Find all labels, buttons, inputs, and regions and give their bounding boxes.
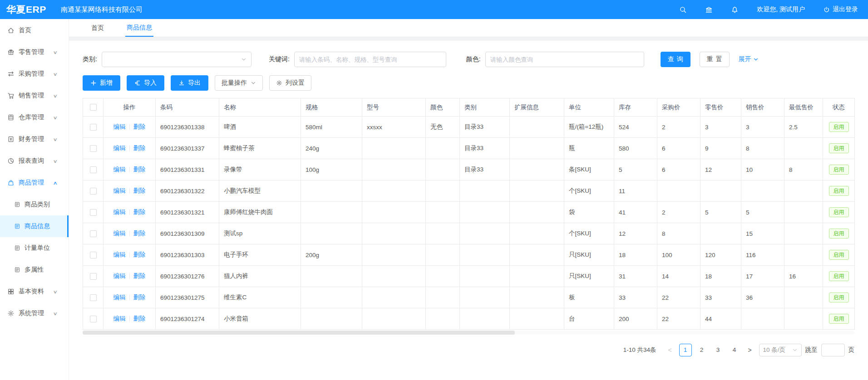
sidebar-item-label: 首页 xyxy=(19,26,31,34)
cell-name: 测试sp xyxy=(219,223,301,244)
row-checkbox[interactable] xyxy=(90,230,97,237)
toolbar: 新增 导入 导出 批量操作 xyxy=(83,75,854,91)
add-label: 新增 xyxy=(100,79,113,87)
sidebar-item[interactable]: 仓库管理∨ xyxy=(0,107,69,128)
edit-link[interactable]: 编辑 xyxy=(113,315,126,322)
cell-min xyxy=(784,223,823,244)
page-number-button[interactable]: 3 xyxy=(712,344,725,356)
keyword-input[interactable] xyxy=(294,52,446,67)
cell-spec: 200g xyxy=(301,244,362,266)
delete-link[interactable]: 删除 xyxy=(133,294,146,301)
table-row: 编辑删除6901236301321康师傅红烧牛肉面袋41255启用 xyxy=(83,202,855,223)
column-header: 型号 xyxy=(362,98,426,117)
cell-model xyxy=(362,159,426,180)
scrollbar-thumb[interactable] xyxy=(83,331,515,335)
row-checkbox[interactable] xyxy=(90,188,97,195)
bank-icon[interactable] xyxy=(705,6,713,14)
cell-purchase: 22 xyxy=(657,287,700,308)
delete-link[interactable]: 删除 xyxy=(133,123,146,130)
sidebar-item[interactable]: 系统管理∨ xyxy=(0,302,69,324)
cell-spec xyxy=(301,287,362,308)
delete-link[interactable]: 删除 xyxy=(133,145,146,151)
tab-home[interactable]: 首页 xyxy=(90,19,105,37)
delete-link[interactable]: 删除 xyxy=(133,273,146,279)
company-name: 南通某某网络科技有限公司 xyxy=(61,5,143,14)
row-checkbox[interactable] xyxy=(90,166,97,173)
logout-button[interactable]: 退出登录 xyxy=(823,5,858,14)
sidebar-item[interactable]: 销售管理∨ xyxy=(0,85,69,107)
delete-link[interactable]: 删除 xyxy=(133,230,146,237)
page-number-button[interactable]: 1 xyxy=(679,344,692,356)
status-badge: 启用 xyxy=(829,271,849,281)
add-button[interactable]: 新增 xyxy=(83,75,120,91)
row-checkbox[interactable] xyxy=(90,209,97,216)
cell-ext xyxy=(510,266,564,287)
row-checkbox[interactable] xyxy=(90,145,97,152)
column-header: 库存 xyxy=(614,98,657,117)
tab-product-info[interactable]: 商品信息 xyxy=(125,19,153,37)
cell-purchase xyxy=(657,180,700,202)
sidebar-item[interactable]: 多属性 xyxy=(0,259,69,281)
delete-link[interactable]: 删除 xyxy=(133,209,146,215)
edit-link[interactable]: 编辑 xyxy=(113,209,126,215)
row-checkbox[interactable] xyxy=(90,316,97,322)
sidebar-item[interactable]: 财务管理∨ xyxy=(0,128,69,150)
cell-ext xyxy=(510,159,564,180)
cell-barcode: 6901236301275 xyxy=(156,287,219,308)
plus-icon xyxy=(90,80,97,86)
edit-link[interactable]: 编辑 xyxy=(113,166,126,173)
reset-button[interactable]: 重置 xyxy=(700,52,730,67)
search-icon[interactable] xyxy=(679,6,687,14)
sidebar-item[interactable]: 商品管理∧ xyxy=(0,172,69,194)
edit-link[interactable]: 编辑 xyxy=(113,123,126,130)
sidebar-item[interactable]: 零售管理∨ xyxy=(0,41,69,63)
edit-link[interactable]: 编辑 xyxy=(113,230,126,237)
row-checkbox[interactable] xyxy=(90,124,97,131)
delete-link[interactable]: 删除 xyxy=(133,251,146,258)
batch-actions-button[interactable]: 批量操作 xyxy=(215,75,263,91)
export-button[interactable]: 导出 xyxy=(171,75,208,91)
sidebar-item[interactable]: 报表查询∨ xyxy=(0,150,69,172)
page-number-button[interactable]: 2 xyxy=(695,344,708,356)
delete-link[interactable]: 删除 xyxy=(133,187,146,194)
expand-link[interactable]: 展开 xyxy=(739,55,759,63)
search-button[interactable]: 查询 xyxy=(661,52,690,67)
cell-min xyxy=(784,287,823,308)
keyword-label: 关键词: xyxy=(269,55,290,63)
import-button[interactable]: 导入 xyxy=(127,75,164,91)
sidebar-item[interactable]: 基本资料∨ xyxy=(0,281,69,302)
sidebar-item[interactable]: 采购管理∨ xyxy=(0,63,69,85)
page-number-button[interactable]: 4 xyxy=(728,344,741,356)
edit-link[interactable]: 编辑 xyxy=(113,145,126,151)
cell-color xyxy=(426,180,460,202)
cell-spec xyxy=(301,223,362,244)
row-checkbox[interactable] xyxy=(90,294,97,301)
page-size-select[interactable]: 10 条/页 xyxy=(759,344,802,356)
row-checkbox[interactable] xyxy=(90,273,97,280)
bell-icon[interactable] xyxy=(731,6,739,14)
status-badge: 启用 xyxy=(829,186,849,196)
select-all-checkbox[interactable] xyxy=(90,104,97,111)
sidebar-item[interactable]: 首页 xyxy=(0,19,69,41)
cell-stock: 18 xyxy=(614,244,657,266)
edit-link[interactable]: 编辑 xyxy=(113,273,126,279)
status-badge: 启用 xyxy=(829,229,849,239)
sidebar-item[interactable]: 商品信息 xyxy=(0,215,69,237)
edit-link[interactable]: 编辑 xyxy=(113,294,126,301)
delete-link[interactable]: 删除 xyxy=(133,315,146,322)
sidebar-menu: 首页零售管理∨采购管理∨销售管理∨仓库管理∨财务管理∨报表查询∨商品管理∧商品类… xyxy=(0,19,69,380)
edit-link[interactable]: 编辑 xyxy=(113,251,126,258)
edit-link[interactable]: 编辑 xyxy=(113,187,126,194)
delete-link[interactable]: 删除 xyxy=(133,166,146,173)
horizontal-scrollbar[interactable] xyxy=(83,331,854,335)
next-page-button[interactable]: > xyxy=(745,346,755,354)
row-checkbox[interactable] xyxy=(90,252,97,258)
category-select[interactable] xyxy=(102,52,252,67)
cell-purchase: 6 xyxy=(657,159,700,180)
prev-page-button[interactable]: < xyxy=(665,346,676,354)
jump-page-input[interactable] xyxy=(821,344,845,356)
column-settings-button[interactable]: 列设置 xyxy=(269,75,311,91)
color-input[interactable] xyxy=(485,52,644,67)
sidebar-item[interactable]: 计量单位 xyxy=(0,237,69,259)
sidebar-item[interactable]: 商品类别 xyxy=(0,194,69,215)
